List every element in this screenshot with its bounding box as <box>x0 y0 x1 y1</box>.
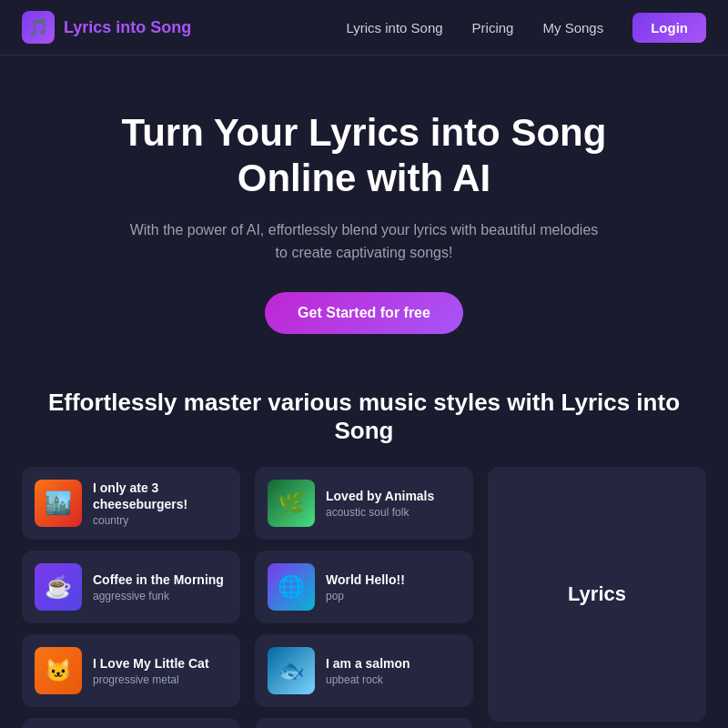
column-3: Lyrics <box>488 467 706 728</box>
song-info: Loved by Animals acoustic soul folk <box>326 488 460 519</box>
brand: 🎵 Lyrics into Song <box>22 11 191 44</box>
list-item[interactable]: 🐱 I Love My Little Cat progressive metal <box>22 634 240 707</box>
song-info: World Hello!! pop <box>326 571 460 602</box>
lyrics-panel: Lyrics <box>488 467 706 722</box>
song-genre: pop <box>326 590 460 602</box>
song-thumbnail: 🏙️ <box>35 480 82 527</box>
hero-subtitle: With the power of AI, effortlessly blend… <box>127 218 601 265</box>
song-info: I Love My Little Cat progressive metal <box>93 655 228 686</box>
song-genre: progressive metal <box>93 673 228 686</box>
login-button[interactable]: Login <box>632 13 706 43</box>
column-1: 🏙️ I only ate 3 cheeseburgers! country ☕… <box>22 467 240 728</box>
song-info: Coffee in the Morning aggressive funk <box>93 571 228 602</box>
list-item[interactable]: 🐟 I am a salmon upbeat rock <box>255 634 473 707</box>
brand-icon: 🎵 <box>22 11 55 44</box>
song-thumbnail: ☕ <box>35 563 82 611</box>
column-2: 🌿 Loved by Animals acoustic soul folk 🌐 … <box>255 467 473 728</box>
song-info: I am a salmon upbeat rock <box>326 655 460 686</box>
navbar: 🎵 Lyrics into Song Lyrics into Song Pric… <box>0 0 728 56</box>
list-item[interactable]: 🌿 Loved by Animals acoustic soul folk <box>255 467 473 540</box>
song-title: Coffee in the Morning <box>93 571 228 588</box>
nav-links: Lyrics into Song Pricing My Songs Login <box>346 13 706 43</box>
list-item[interactable]: 🦫 CAPYBARA experimental edm <box>22 718 240 728</box>
song-title: World Hello!! <box>326 571 460 588</box>
hero-section: Turn Your Lyrics into Song Online with A… <box>0 56 728 379</box>
nav-link-home[interactable]: Lyrics into Song <box>346 20 442 35</box>
cta-button[interactable]: Get Started for free <box>265 292 463 334</box>
list-item[interactable]: 🏙️ I only ate 3 cheeseburgers! country <box>22 467 240 540</box>
song-genre: acoustic soul folk <box>326 506 460 519</box>
styles-section-title: Effortlessly master various music styles… <box>0 379 728 467</box>
song-genre: country <box>93 514 228 527</box>
lyrics-panel-label: Lyrics <box>568 582 626 606</box>
cards-grid: 🏙️ I only ate 3 cheeseburgers! country ☕… <box>0 467 728 728</box>
list-item[interactable]: 🌐 World Hello!! pop <box>255 551 473 623</box>
hero-title: Turn Your Lyrics into Song Online with A… <box>73 110 655 202</box>
song-info: I only ate 3 cheeseburgers! country <box>93 480 228 527</box>
song-title: Loved by Animals <box>326 488 460 504</box>
brand-text-accent: Song <box>150 18 191 36</box>
list-item[interactable]: 🎨 Bob Ross Love Letter 90s rap <box>255 718 473 728</box>
brand-icon-symbol: 🎵 <box>28 17 48 37</box>
song-thumbnail: 🐟 <box>268 647 315 694</box>
song-title: I am a salmon <box>326 655 460 672</box>
song-title: I only ate 3 cheeseburgers! <box>93 480 228 512</box>
nav-link-pricing[interactable]: Pricing <box>472 20 514 35</box>
song-genre: aggressive funk <box>93 590 228 602</box>
song-thumbnail: 🐱 <box>35 647 82 694</box>
song-thumbnail: 🌐 <box>268 563 315 611</box>
song-genre: upbeat rock <box>326 673 460 686</box>
list-item[interactable]: ☕ Coffee in the Morning aggressive funk <box>22 551 240 623</box>
brand-name: Lyrics into Song <box>64 18 191 37</box>
song-title: I Love My Little Cat <box>93 655 228 672</box>
brand-text-plain: Lyrics into <box>64 18 150 36</box>
nav-link-mysongs[interactable]: My Songs <box>542 20 603 35</box>
song-thumbnail: 🌿 <box>268 480 315 527</box>
